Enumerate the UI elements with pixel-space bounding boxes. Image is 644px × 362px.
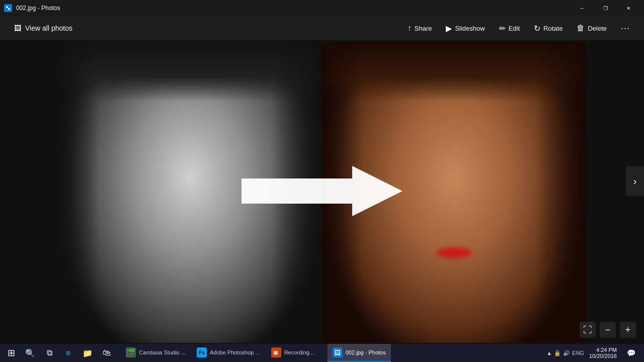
notification-button[interactable]: 💬 [622, 344, 640, 362]
bw-hair-left [58, 41, 99, 343]
camtasia-icon: 🎬 [126, 347, 136, 357]
lang-label: ENG [572, 350, 584, 356]
toolbar-actions: ↑ Share ▶ Slideshow ✏ Edit ↻ Rotate 🗑 De… [401, 20, 636, 37]
store-button[interactable]: 🛍 [98, 344, 116, 362]
maximize-button[interactable]: ❐ [594, 0, 617, 16]
zoom-in-button[interactable]: + [620, 322, 636, 338]
taskbar-app-camtasia[interactable]: 🎬 Camtasia Studio ... [121, 344, 191, 362]
camtasia-label: Camtasia Studio ... [139, 349, 186, 355]
arrow-container [242, 163, 403, 221]
toolbar: 🖼 View all photos ↑ Share ▶ Slideshow ✏ … [0, 16, 644, 40]
share-button[interactable]: ↑ Share [401, 21, 438, 36]
taskbar-apps: 🎬 Camtasia Studio ... Ps Adobe Photoshop… [117, 344, 545, 362]
taskbar-app-recording[interactable]: ⏺ Recording... [266, 344, 327, 362]
photoshop-icon: Ps [197, 347, 207, 357]
task-view-button[interactable]: ⧉ [40, 344, 58, 362]
main-content [0, 40, 644, 344]
rotate-icon: ↻ [534, 24, 540, 33]
start-button[interactable]: ⊞ [2, 344, 20, 362]
edit-button[interactable]: ✏ Edit [493, 21, 526, 36]
taskbar-right: ▲ 🔒 🔊 ENG 4:24 PM 10/20/2016 💬 [546, 344, 642, 362]
search-button[interactable]: 🔍 [21, 344, 39, 362]
before-after-arrow [242, 163, 403, 219]
color-lips [436, 247, 471, 258]
more-button[interactable]: ··· [615, 20, 636, 37]
taskbar-app-photoshop[interactable]: Ps Adobe Photoshop ... [192, 344, 265, 362]
recording-label: Recording... [284, 349, 314, 355]
window-title: 002.jpg - Photos [16, 5, 60, 12]
taskbar: ⊞ 🔍 ⧉ e 📁 🛍 🎬 Camtasia Studio ... Ps Ado… [0, 344, 644, 362]
rotate-button[interactable]: ↻ Rotate [528, 21, 569, 36]
network-icon: 🔒 [554, 350, 561, 356]
slideshow-icon: ▶ [446, 24, 452, 33]
title-bar-left: 002.jpg - Photos [4, 4, 60, 12]
taskbar-app-photos[interactable]: 🖼 002.jpg - Photos [328, 344, 391, 362]
photos-label: 002.jpg - Photos [346, 349, 386, 355]
show-hidden-icon[interactable]: ▲ [546, 350, 552, 356]
slideshow-button[interactable]: ▶ Slideshow [440, 21, 491, 36]
taskbar-clock[interactable]: 4:24 PM 10/20/2016 [586, 347, 620, 359]
app-icon [4, 4, 12, 12]
delete-button[interactable]: 🗑 Delete [571, 21, 613, 36]
chevron-right-icon: › [633, 175, 637, 187]
fit-zoom-button[interactable]: ⛶ [580, 322, 596, 338]
photos-icon: 🖼 [333, 347, 343, 357]
back-icon: 🖼 [14, 24, 21, 32]
svg-marker-3 [242, 166, 403, 216]
photo-container [58, 41, 586, 343]
title-bar-controls: ─ ❐ ✕ [571, 0, 640, 16]
title-bar: 002.jpg - Photos ─ ❐ ✕ [0, 0, 644, 16]
photoshop-label: Adobe Photoshop ... [210, 349, 260, 355]
svg-rect-1 [6, 6, 8, 8]
zoom-controls: ⛶ − + [580, 322, 636, 338]
view-all-photos-label: View all photos [25, 24, 72, 32]
time-display: 4:24 PM [596, 347, 617, 353]
color-hair-right [535, 41, 586, 343]
edit-icon: ✏ [499, 24, 506, 33]
share-icon: ↑ [408, 24, 412, 33]
edge-button[interactable]: e [59, 344, 77, 362]
back-button[interactable]: 🖼 View all photos [8, 20, 78, 36]
minimize-button[interactable]: ─ [571, 0, 594, 16]
delete-icon: 🗑 [577, 24, 585, 33]
system-tray: ▲ 🔒 🔊 ENG [546, 350, 584, 356]
volume-icon[interactable]: 🔊 [563, 350, 570, 356]
next-photo-button[interactable]: › [626, 166, 644, 196]
date-display: 10/20/2016 [589, 353, 617, 359]
svg-rect-2 [8, 8, 10, 10]
zoom-out-button[interactable]: − [600, 322, 616, 338]
close-button[interactable]: ✕ [617, 0, 640, 16]
recording-icon: ⏺ [271, 347, 281, 357]
explorer-button[interactable]: 📁 [78, 344, 97, 362]
